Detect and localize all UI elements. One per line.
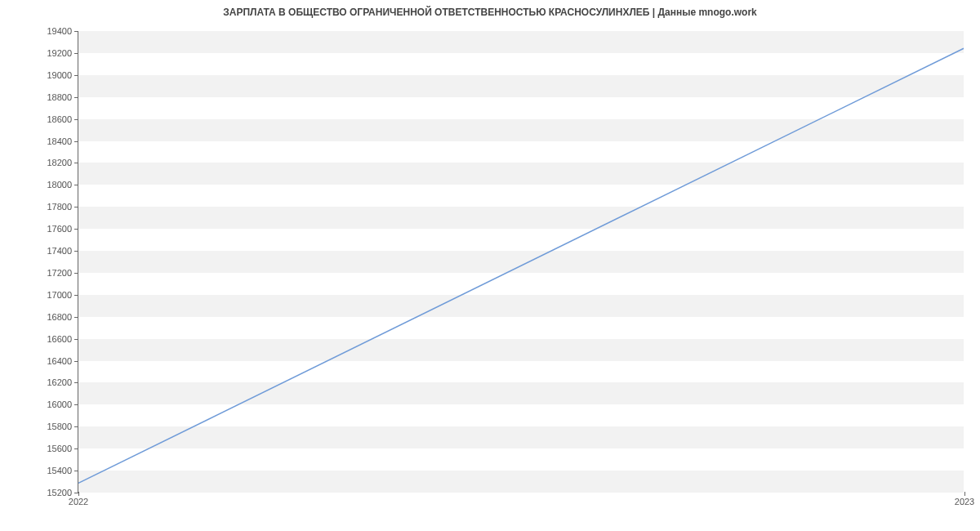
y-tick-mark <box>74 75 78 76</box>
x-tick-mark <box>78 492 79 496</box>
y-tick-label: 16400 <box>23 356 72 366</box>
y-tick-mark <box>74 97 78 98</box>
y-tick-label: 15400 <box>23 466 72 475</box>
y-tick-mark <box>74 207 78 207</box>
y-tick-mark <box>74 31 78 32</box>
y-tick-mark <box>74 382 78 383</box>
x-tick-label: 2022 <box>69 497 88 506</box>
chart-title: ЗАРПЛАТА В ОБЩЕСТВО ОГРАНИЧЕННОЙ ОТВЕТСТ… <box>0 7 980 18</box>
data-line <box>78 48 964 483</box>
y-tick-mark <box>74 53 78 54</box>
y-tick-mark <box>74 471 78 471</box>
y-tick-mark <box>74 229 78 230</box>
chart-container: ЗАРПЛАТА В ОБЩЕСТВО ОГРАНИЧЕННОЙ ОТВЕТСТ… <box>0 0 980 531</box>
y-tick-label: 15600 <box>23 444 72 453</box>
y-tick-label: 15800 <box>23 422 72 431</box>
y-tick-mark <box>74 119 78 120</box>
y-tick-mark <box>74 426 78 427</box>
y-tick-mark <box>74 317 78 318</box>
y-tick-label: 18600 <box>23 114 72 124</box>
y-tick-mark <box>74 273 78 274</box>
y-tick-label: 17200 <box>23 268 72 278</box>
y-tick-mark <box>74 339 78 340</box>
y-tick-mark <box>74 251 78 252</box>
y-tick-mark <box>74 448 78 449</box>
y-tick-label: 18000 <box>23 180 72 190</box>
y-tick-mark <box>74 361 78 362</box>
line-svg <box>78 31 964 492</box>
y-tick-label: 15200 <box>23 488 72 498</box>
y-tick-label: 17400 <box>23 246 72 256</box>
x-tick-mark <box>964 492 965 496</box>
y-tick-label: 18200 <box>23 158 72 167</box>
y-tick-label: 19200 <box>23 48 72 58</box>
y-tick-label: 16000 <box>23 399 72 409</box>
x-tick-label: 2023 <box>955 497 974 506</box>
y-tick-label: 18800 <box>23 92 72 102</box>
y-tick-mark <box>74 141 78 142</box>
plot-area: 20222023 <box>78 31 964 493</box>
y-tick-label: 16800 <box>23 312 72 322</box>
y-tick-label: 17000 <box>23 290 72 300</box>
y-tick-label: 16600 <box>23 334 72 344</box>
y-tick-mark <box>74 404 78 405</box>
y-tick-label: 16200 <box>23 377 72 387</box>
y-tick-label: 19400 <box>23 26 72 36</box>
y-tick-label: 17600 <box>23 224 72 234</box>
y-tick-mark <box>74 295 78 296</box>
y-tick-mark <box>74 163 78 163</box>
y-tick-label: 19000 <box>23 70 72 80</box>
y-tick-mark <box>74 185 78 185</box>
y-tick-label: 18400 <box>23 136 72 146</box>
y-tick-label: 17800 <box>23 202 72 212</box>
